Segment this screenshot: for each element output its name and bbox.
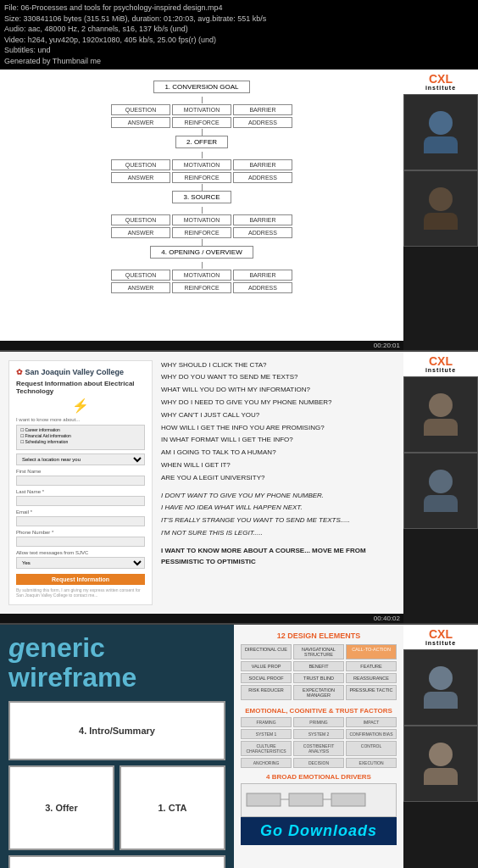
form-checkbox-area: ☐ Career information ☐ Financial Aid inf…: [16, 425, 145, 450]
concerns-list: I DON'T WANT TO GIVE YOU MY PHONE NUMBER…: [161, 491, 395, 539]
question-item: WHY DO I NEED TO GIVE YOU MY PHONE NUMBE…: [161, 398, 395, 409]
file-info-line6: Generated by Thumbnail me: [4, 56, 474, 67]
questions-panel: WHY SHOULD I CLICK THE CTA?WHY DO YOU WA…: [161, 360, 395, 605]
emotion-factor-tag: ANCHORING: [241, 758, 292, 768]
design-element-tag: DIRECTIONAL CUE: [241, 644, 292, 659]
sjvc-logo: ✿ San Joaquin Valley College: [16, 368, 145, 376]
person-body-6: [424, 768, 458, 785]
design-element-tag: RISK REDUCER: [241, 685, 292, 700]
emotion-grid: FRAMINGPRIMINGIMPACTSYSTEM 1SYSTEM 2CONF…: [241, 717, 397, 768]
emotion-factor-tag: CULTURE CHARACTERISTICS: [241, 741, 292, 756]
emotion-factor-tag: CONFIRMATION BIAS: [346, 729, 397, 739]
cxl-brand: CXL: [407, 73, 475, 85]
answer-box-4: ANSWER: [111, 282, 170, 293]
question-item: AM I GOING TO TALK TO A HUMAN?: [161, 448, 395, 459]
section2-content: ✿ San Joaquin Valley College Request Inf…: [0, 352, 403, 614]
question-box-3: QUESTION: [111, 214, 170, 225]
address-box-3: ADDRESS: [233, 227, 292, 238]
design-element-tag: EXPECTATION MANAGER: [293, 685, 344, 700]
question-item: HOW WILL I GET THE INFO YOU ARE PROMISIN…: [161, 423, 395, 434]
source-title: 3. SOURCE: [172, 191, 231, 203]
design-element-tag: REASSURANCE: [346, 673, 397, 683]
concern-item: I HAVE NO IDEA WHAT WILL HAPPEN NEXT.: [161, 503, 395, 514]
cxl-logo-section1: CXL institute: [403, 70, 478, 94]
phone-input[interactable]: [16, 537, 145, 547]
person-avatar-1: [424, 111, 458, 153]
svg-rect-0: [247, 793, 281, 806]
emotion-factor-tag: CONTROL: [346, 741, 397, 756]
section1-sidebar: CXL institute: [403, 70, 478, 350]
emotion-factor-tag: SYSTEM 1: [241, 729, 292, 739]
emotion-factor-tag: IMPACT: [346, 717, 397, 727]
form-disclaimer: By submitting this form, I am giving my …: [16, 587, 145, 598]
person-head-1: [429, 111, 453, 135]
emotion-factor-tag: FRAMING: [241, 717, 292, 727]
reinforce-box-4: REINFORCE: [172, 282, 231, 293]
design-element-tag: FEATURE: [346, 661, 397, 671]
design-element-tag: BENEFIT: [293, 661, 344, 671]
broad-drivers-title: 4 BROAD EMOTIONAL DRIVERS: [241, 773, 397, 781]
design-element-tag: VALUE PROP: [241, 661, 292, 671]
person-avatar-6: [424, 743, 458, 785]
offer-box: 3. Offer: [8, 765, 114, 850]
offer-cta-row: 3. Offer 1. CTA: [8, 765, 225, 850]
landing-page-form: ✿ San Joaquin Valley College Request Inf…: [8, 360, 153, 605]
conversion-goal-title: 1. CONVERSION GOAL: [153, 81, 249, 93]
emotion-factor-tag: SYSTEM 2: [293, 729, 344, 739]
first-name-input[interactable]: [16, 476, 145, 486]
cxl-brand-2: CXL: [407, 355, 475, 367]
person-avatar-2: [424, 187, 458, 230]
campus-select[interactable]: Select a location near you: [16, 453, 145, 465]
cta-box: 1. CTA: [119, 765, 225, 850]
question-box-4: QUESTION: [111, 270, 170, 281]
svg-rect-2: [331, 793, 365, 806]
participant-thumb-6: [403, 726, 478, 802]
source-box: 2. Source: [8, 855, 225, 868]
file-info-line4: Video: h264, yuv420p, 1920x1080, 405 kb/…: [4, 35, 474, 46]
barrier-box-1: BARRIER: [233, 104, 292, 115]
concern-item: I DON'T WANT TO GIVE YOU MY PHONE NUMBER…: [161, 491, 395, 502]
timestamp-2: 00:40:02: [0, 614, 403, 623]
go-downloads-banner: Go Downloads: [241, 817, 397, 845]
opening-title: 4. OPENING / OVERVIEW: [150, 246, 253, 259]
person-head-3: [429, 393, 453, 417]
design-element-tag: SOCIAL PROOF: [241, 673, 292, 683]
last-name-input[interactable]: [16, 496, 145, 506]
question-box-2: QUESTION: [111, 159, 170, 170]
first-name-label: First Name: [16, 469, 145, 474]
section3-sidebar: CXL institute: [403, 625, 478, 868]
cxl-subtitle-3: institute: [407, 640, 475, 646]
design-element-tag: PRESSURE TACTIC: [346, 685, 397, 700]
wireframe-left: generic wireframe 4. Intro/Summary 3. Of…: [0, 625, 234, 868]
question-item: WHAT WILL YOU DO WITH MY INFORMATION?: [161, 385, 395, 396]
address-box-2: ADDRESS: [233, 172, 292, 183]
section2-video: ✿ San Joaquin Valley College Request Inf…: [0, 352, 403, 623]
motivation-box-1: MOTIVATION: [172, 104, 231, 115]
file-info-line5: Subtitles: und: [4, 45, 474, 56]
questions-list: WHY SHOULD I CLICK THE CTA?WHY DO YOU WA…: [161, 360, 395, 484]
sms-select[interactable]: Yes: [16, 557, 145, 569]
emotion-factor-tag: PRIMING: [293, 717, 344, 727]
form-interest-label: I want to know more about...: [16, 417, 145, 422]
person-head-6: [429, 743, 453, 766]
emotion-factors-title: EMOTIONAL, COGNITIVE & TRUST FACTORS: [241, 707, 397, 715]
design-element-tag: NAVIGATIONAL STRUCTURE: [293, 644, 344, 659]
person-head-2: [429, 187, 453, 211]
submit-button[interactable]: Request Information: [16, 574, 145, 585]
question-item: WHY CAN'T I JUST CALL YOU?: [161, 410, 395, 421]
email-input[interactable]: [16, 516, 145, 526]
participant-thumb-1: [403, 94, 478, 170]
design-element-tag: CALL-TO-ACTION: [346, 644, 397, 659]
section1-video: 1. CONVERSION GOAL QUESTION MOTIVATION B…: [0, 70, 403, 350]
person-head-5: [429, 666, 453, 690]
file-info-line1: File: 06-Processes and tools for psychol…: [4, 3, 474, 14]
cxl-subtitle-2: institute: [407, 367, 475, 373]
file-info-line2: Size: 330841106 bytes (315.51 MiB), dura…: [4, 14, 474, 25]
question-box-1: QUESTION: [111, 104, 170, 115]
design-elements-title: 12 DESIGN ELEMENTS: [241, 632, 397, 640]
emotion-factor-tag: COST/BENEFIT ANALYSIS: [293, 741, 344, 756]
email-label: Email *: [16, 509, 145, 515]
cxl-logo-section2: CXL institute: [403, 352, 478, 376]
person-avatar-3: [424, 393, 458, 436]
person-head-4: [429, 470, 453, 493]
